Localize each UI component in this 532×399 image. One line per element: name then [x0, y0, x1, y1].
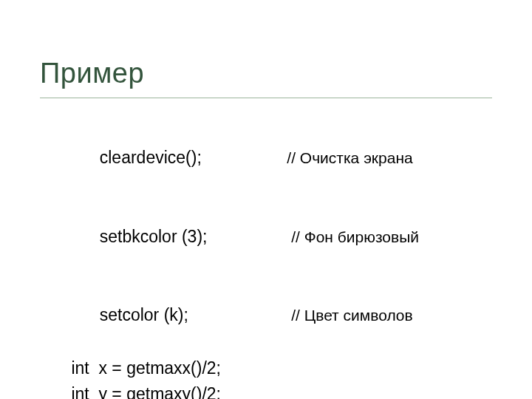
- code-comment: // Цвет символов: [287, 304, 412, 328]
- code-line: setbkcolor (3); // Фон бирюзовый: [66, 197, 480, 276]
- code-line: setcolor (k); // Цвет символов: [66, 276, 480, 355]
- title-underline: [40, 98, 492, 98]
- code-comment: // Фон бирюзовый: [287, 225, 419, 250]
- slide-title: Пример: [40, 58, 144, 89]
- code-block: cleardevice();// Очистка экрана setbkcol…: [66, 118, 480, 399]
- code-line: int y = getmaxy()/2;: [66, 381, 480, 399]
- code-comment: // Очистка экрана: [287, 146, 412, 171]
- code-text: setbkcolor (3);: [95, 224, 287, 250]
- code-text: setcolor (k);: [95, 302, 287, 329]
- code-text: cleardevice();: [95, 145, 287, 171]
- code-line: int x = getmaxx()/2;: [66, 355, 480, 382]
- code-line: cleardevice();// Очистка экрана: [66, 118, 480, 197]
- slide: Пример cleardevice();// Очистка экрана s…: [0, 0, 532, 399]
